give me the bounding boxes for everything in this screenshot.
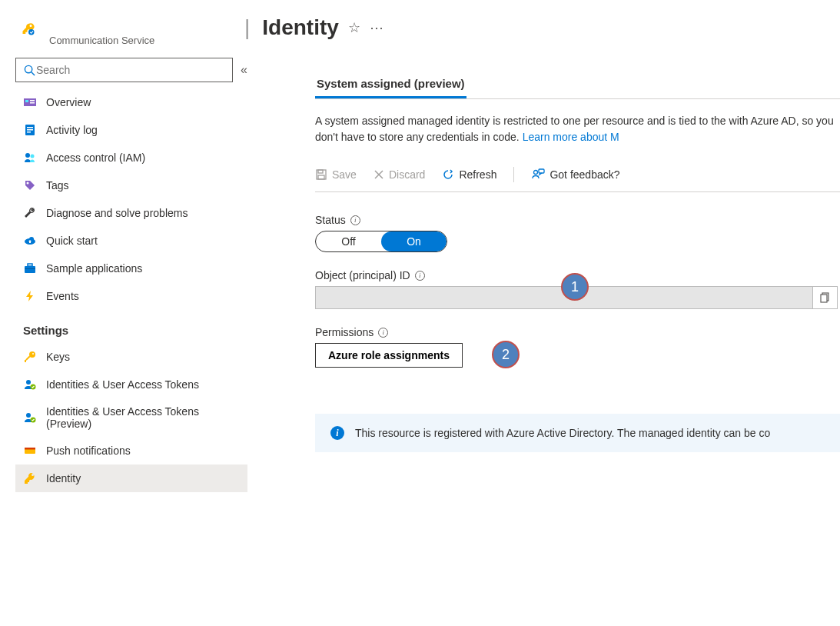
sidebar-item-access-control[interactable]: Access control (IAM) <box>15 144 247 171</box>
notification-icon <box>23 444 37 458</box>
feedback-button[interactable]: Got feedback? <box>531 168 619 181</box>
user-token-icon <box>23 411 37 425</box>
toolbar: Save Discard Refresh Got feedback? <box>315 162 840 192</box>
sidebar-item-sample-apps[interactable]: Sample applications <box>15 255 247 282</box>
sidebar-item-label: Identities & User Access Tokens <box>46 378 199 391</box>
sidebar-item-diagnose[interactable]: Diagnose and solve problems <box>15 199 247 227</box>
sidebar-item-quickstart[interactable]: Quick start <box>15 227 247 255</box>
identity-icon <box>23 471 37 485</box>
sidebar-item-overview[interactable]: Overview <box>15 88 247 116</box>
sidebar-item-label: Events <box>46 290 79 302</box>
discard-icon <box>374 169 384 180</box>
header: Communication Service | Identity ☆ ⋯ <box>0 0 840 58</box>
svg-point-1 <box>25 65 32 72</box>
status-toggle[interactable]: Off On <box>315 231 447 252</box>
info-icon[interactable]: i <box>378 328 388 338</box>
svg-point-23 <box>26 380 31 385</box>
svg-rect-4 <box>25 100 28 102</box>
callout-2: 2 <box>492 341 520 368</box>
save-icon <box>315 168 327 181</box>
refresh-button[interactable]: Refresh <box>442 168 496 181</box>
sidebar-item-label: Identity <box>46 472 81 484</box>
toggle-off[interactable]: Off <box>316 231 381 251</box>
svg-rect-17 <box>28 264 32 266</box>
sidebar-item-label: Sample applications <box>46 262 142 275</box>
svg-rect-35 <box>539 169 544 173</box>
settings-section-header: Settings <box>15 310 247 343</box>
svg-point-25 <box>26 413 31 418</box>
sidebar-item-label: Diagnose and solve problems <box>46 207 188 219</box>
svg-rect-30 <box>318 170 323 173</box>
log-icon <box>23 123 37 137</box>
save-button: Save <box>315 168 357 181</box>
discard-button: Discard <box>374 168 425 181</box>
svg-rect-10 <box>27 132 31 133</box>
info-banner: i This resource is registered with Azure… <box>315 414 840 452</box>
info-icon: i <box>330 426 344 440</box>
service-type: Communication Service <box>49 35 154 46</box>
key-icon <box>22 22 35 36</box>
tab-row: System assigned (preview) <box>315 77 840 99</box>
search-input[interactable] <box>36 64 226 76</box>
svg-point-12 <box>31 155 35 158</box>
more-menu-icon[interactable]: ⋯ <box>370 19 384 36</box>
title-separator: | <box>244 15 250 40</box>
sidebar-item-identities-tokens-preview[interactable]: Identities & User Access Tokens (Preview… <box>15 398 247 437</box>
main-content: System assigned (preview) A system assig… <box>254 58 840 626</box>
sidebar-item-label: Access control (IAM) <box>46 152 145 164</box>
callout-1: 1 <box>561 273 589 301</box>
sidebar: « Overview Activity log Access control (… <box>0 58 254 626</box>
sidebar-item-label: Activity log <box>46 124 98 136</box>
search-icon <box>22 63 36 77</box>
favorite-star-icon[interactable]: ☆ <box>348 19 360 36</box>
description: A system assigned managed identity is re… <box>315 113 840 145</box>
key-icon <box>23 350 37 364</box>
sidebar-item-label: Tags <box>46 179 69 191</box>
overview-icon <box>23 95 37 109</box>
sidebar-item-events[interactable]: Events <box>15 282 247 310</box>
svg-rect-5 <box>30 100 35 102</box>
info-icon[interactable]: i <box>350 215 360 225</box>
azure-role-assignments-button[interactable]: Azure role assignments <box>315 343 463 368</box>
feedback-icon <box>531 168 545 181</box>
wrench-icon <box>23 206 37 220</box>
learn-more-link[interactable]: Learn more about M <box>523 131 619 143</box>
toolbar-separator <box>513 167 514 182</box>
tab-system-assigned[interactable]: System assigned (preview) <box>315 77 466 98</box>
svg-point-0 <box>28 29 35 35</box>
cloud-icon <box>23 234 37 248</box>
sidebar-item-tags[interactable]: Tags <box>15 171 247 199</box>
sidebar-item-push-notifications[interactable]: Push notifications <box>15 437 247 465</box>
copy-button[interactable] <box>813 286 838 309</box>
collapse-sidebar-icon[interactable]: « <box>241 63 247 77</box>
sidebar-item-label: Keys <box>46 351 70 363</box>
copy-icon <box>820 292 831 303</box>
svg-rect-9 <box>27 129 33 131</box>
svg-rect-18 <box>25 268 35 269</box>
tag-icon <box>23 178 37 192</box>
sidebar-item-activity-log[interactable]: Activity log <box>15 116 247 144</box>
page-title: Identity <box>262 15 339 40</box>
sidebar-item-label: Quick start <box>46 235 98 247</box>
search-box[interactable] <box>15 58 233 82</box>
svg-rect-6 <box>30 102 35 104</box>
svg-point-34 <box>534 171 538 175</box>
svg-point-20 <box>32 353 34 355</box>
svg-rect-37 <box>821 295 827 302</box>
nav-list[interactable]: Overview Activity log Access control (IA… <box>15 88 247 626</box>
info-icon[interactable]: i <box>415 271 425 281</box>
sidebar-item-keys[interactable]: Keys <box>15 343 247 371</box>
info-banner-text: This resource is registered with Azure A… <box>355 427 770 439</box>
svg-rect-21 <box>25 355 30 360</box>
sidebar-item-identity[interactable]: Identity <box>15 465 247 492</box>
sidebar-item-label: Overview <box>46 96 91 108</box>
bolt-icon <box>23 289 37 303</box>
toggle-on[interactable]: On <box>381 231 447 251</box>
people-icon <box>23 151 37 165</box>
permissions-label: Permissions i <box>315 326 840 338</box>
svg-rect-16 <box>25 266 35 273</box>
svg-rect-22 <box>25 360 26 362</box>
svg-rect-8 <box>27 127 33 128</box>
sidebar-item-identities-tokens[interactable]: Identities & User Access Tokens <box>15 371 247 398</box>
sidebar-item-label: Push notifications <box>46 445 131 457</box>
